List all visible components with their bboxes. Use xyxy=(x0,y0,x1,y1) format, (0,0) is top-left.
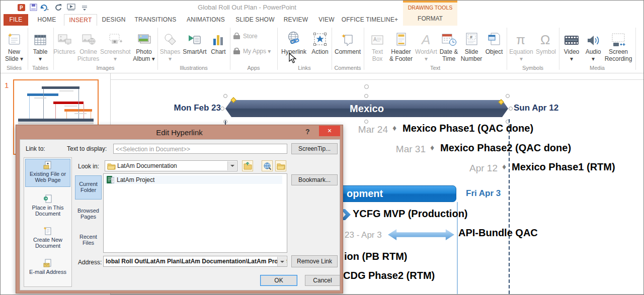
resize-handle[interactable] xyxy=(364,94,368,98)
sidebar-item-label: E-mail Address xyxy=(29,269,66,275)
contextual-tab-block: DRAWING TOOLS FORMAT xyxy=(403,1,457,26)
resize-handle[interactable] xyxy=(506,94,510,98)
place-browsed-pages[interactable]: Browsed Pages xyxy=(75,204,102,226)
date-time-button[interactable]: Date &Time xyxy=(437,28,460,64)
symbol-button: Ω Symbol xyxy=(534,28,558,64)
smartart-icon xyxy=(181,28,209,47)
milestone-diamond-icon: ♦ xyxy=(430,143,434,152)
screenshot-icon xyxy=(100,28,130,47)
svg-text:π: π xyxy=(516,32,525,47)
place-recent-files[interactable]: Recent Files xyxy=(75,230,102,252)
file-name: LatAm Project xyxy=(117,176,154,183)
milestone-label: Mexico Phase1 (QAC done) xyxy=(403,123,533,134)
file-list-item[interactable]: LatAm Project xyxy=(105,175,282,184)
group-media: Media xyxy=(559,65,635,71)
tab-insert[interactable]: INSERT xyxy=(64,14,97,26)
address-dropdown-button[interactable] xyxy=(277,257,286,266)
wordart-icon: A xyxy=(414,28,438,47)
tab-file[interactable]: FILE xyxy=(4,14,28,26)
comment-button[interactable]: Comment xyxy=(333,28,363,64)
store-icon xyxy=(233,33,240,40)
svg-text:A: A xyxy=(421,32,430,47)
photo-album-button[interactable]: PhotoAlbum ▾ xyxy=(131,28,156,64)
action-button[interactable]: Action xyxy=(309,28,331,64)
window-title: Global Roll Out Plan - PowerPoint xyxy=(151,4,343,11)
sidebar-item-existing-file[interactable]: Existing File or Web Page xyxy=(25,159,70,187)
new-slide-button[interactable]: NewSlide ▾ xyxy=(2,28,26,64)
place-in-document-icon xyxy=(25,194,70,204)
browse-web-button[interactable] xyxy=(262,160,273,171)
tab-design[interactable]: DESIGN xyxy=(98,14,129,26)
rotation-handle[interactable] xyxy=(364,84,369,89)
header-footer-button[interactable]: Header& Footer xyxy=(388,28,414,64)
group-illustrations: Illustrations xyxy=(157,65,230,71)
video-button[interactable]: Video▾ xyxy=(560,28,583,64)
text-to-display-input[interactable]: <<Selection in Document>> xyxy=(113,144,287,154)
tab-review[interactable]: REVIEW xyxy=(280,14,311,26)
table-button[interactable]: Table▾ xyxy=(29,28,52,64)
file-list[interactable]: LatAm Project xyxy=(103,173,287,253)
hyperlink-icon xyxy=(279,28,309,47)
sidebar-item-email[interactable]: E-mail Address xyxy=(25,259,70,284)
milestone-label: Mexico Phase2 (QAC done) xyxy=(440,142,571,154)
customize-qat-icon[interactable] xyxy=(80,3,89,12)
slide-number-button[interactable]: # SlideNumber xyxy=(459,28,484,64)
tab-home[interactable]: HOME xyxy=(32,14,62,26)
sidebar-item-label: Place in This Document xyxy=(32,205,64,217)
save-icon[interactable] xyxy=(29,3,38,12)
object-button[interactable]: Object xyxy=(482,28,506,64)
ok-button[interactable]: OK xyxy=(260,275,297,286)
chart-button[interactable]: Chart xyxy=(208,28,229,64)
bookmark-button[interactable]: Bookmark... xyxy=(291,174,338,185)
place-current-folder[interactable]: Current Folder xyxy=(75,175,102,200)
project-file-icon xyxy=(107,176,114,183)
email-icon xyxy=(25,259,70,268)
tab-format[interactable]: FORMAT xyxy=(403,15,457,22)
remove-link-button[interactable]: Remove Link xyxy=(291,255,338,267)
audio-button[interactable]: Audio▾ xyxy=(583,28,604,64)
chevron-down-icon xyxy=(280,261,284,263)
screentip-button[interactable]: ScreenTip... xyxy=(291,143,338,154)
redo-icon[interactable] xyxy=(54,3,63,12)
dialog-title: Edit Hyperlink xyxy=(16,128,343,137)
task-duration-arrow xyxy=(388,229,454,240)
tab-view[interactable]: VIEW xyxy=(313,14,340,26)
link-to-sidebar: Existing File or Web Page Place in This … xyxy=(24,157,72,287)
sidebar-item-place-in-document[interactable]: Place in This Document xyxy=(25,194,70,218)
screen-recording-button[interactable]: ScreenRecording xyxy=(603,28,633,64)
text-box-button: A TextBox xyxy=(366,28,389,64)
address-value: lobal Roll Out\LatAm Plan\LatAm Document… xyxy=(106,258,287,265)
tab-transitions[interactable]: TRANSITIONS xyxy=(130,14,181,26)
look-in-combobox[interactable]: LatAm Documentation xyxy=(105,160,237,171)
dialog-help-button[interactable]: ? xyxy=(305,128,310,136)
tab-office-timeline[interactable]: OFFICE TIMELINE+ xyxy=(341,14,399,26)
tab-slideshow[interactable]: SLIDE SHOW xyxy=(231,14,279,26)
cancel-button[interactable]: Cancel xyxy=(305,275,340,286)
up-folder-icon xyxy=(244,162,252,170)
my-apps-icon xyxy=(233,48,240,55)
resize-handle[interactable] xyxy=(223,94,227,98)
timeline-end-date: Sun Apr 12 xyxy=(514,103,558,113)
sidebar-item-create-new[interactable]: Create New Document xyxy=(25,227,70,250)
resize-handle[interactable] xyxy=(364,120,368,124)
timeline-bar-mexico[interactable]: Mexico xyxy=(225,100,508,117)
edit-hyperlink-dialog: Edit Hyperlink ? × Link to: Text to disp… xyxy=(16,125,343,293)
resize-handle[interactable] xyxy=(509,107,513,111)
start-slideshow-icon[interactable] xyxy=(67,3,76,12)
online-pictures-icon xyxy=(76,28,100,47)
resize-handle[interactable] xyxy=(220,107,224,111)
address-combobox[interactable]: lobal Roll Out\LatAm Plan\LatAm Document… xyxy=(103,256,287,267)
up-one-folder-button[interactable] xyxy=(242,160,253,171)
undo-icon[interactable] xyxy=(40,3,49,12)
group-apps: Apps xyxy=(230,65,277,71)
pictures-button: Pictures xyxy=(52,28,76,64)
look-in-dropdown-button[interactable] xyxy=(227,161,236,170)
photo-album-icon xyxy=(131,28,156,47)
tab-animations[interactable]: ANIMATIONS xyxy=(182,14,230,26)
dialog-close-button[interactable]: × xyxy=(319,126,340,136)
title-bar: P Global Roll Out Plan - PowerPoint xyxy=(1,1,644,14)
group-slides: Slides xyxy=(2,65,26,71)
object-icon xyxy=(482,28,506,47)
browse-file-button[interactable] xyxy=(275,160,286,171)
smartart-button[interactable]: SmartArt xyxy=(181,28,209,64)
